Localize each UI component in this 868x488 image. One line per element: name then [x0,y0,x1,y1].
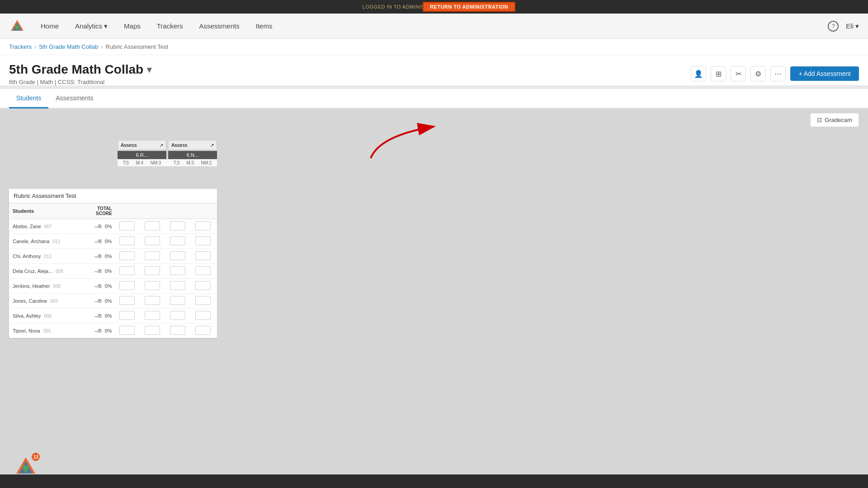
score-input-1b[interactable] [145,251,160,260]
input-cell-1a[interactable] [116,219,141,234]
col-header-input2b [192,203,217,219]
input-cell-2b[interactable] [192,249,217,264]
input-cell-1a[interactable] [116,324,141,338]
input-cell-1a[interactable] [116,264,141,279]
chevron-down-icon[interactable]: ▾ [147,64,151,75]
columns-icon-btn[interactable]: ⊞ [711,66,726,81]
more-icon-btn[interactable]: ⋯ [770,66,786,81]
tab-students[interactable]: Students [9,89,48,108]
input-cell-2a[interactable] [166,324,192,338]
input-cell-1a[interactable] [116,294,141,309]
input-cell-2b[interactable] [192,309,217,324]
chevron-down-icon: ▾ [855,22,859,30]
score-input-1a[interactable] [119,236,135,245]
nav-items[interactable]: Items [250,19,279,33]
score-input-1a[interactable] [119,281,135,290]
score-input-2b[interactable] [195,311,211,320]
input-cell-1a[interactable] [116,234,141,249]
nav-home[interactable]: Home [34,19,65,33]
tab-assessments[interactable]: Assessments [48,89,100,108]
score-input-2b[interactable] [195,281,211,290]
user-menu[interactable]: Eli ▾ [846,22,859,30]
score-input-2b[interactable] [195,251,211,260]
score-input-1b[interactable] [145,326,160,335]
settings-icon-btn[interactable]: ⚙ [750,66,766,81]
input-cell-2b[interactable] [192,219,217,234]
score-input-1b[interactable] [145,266,160,275]
nav-maps[interactable]: Maps [118,19,147,33]
nav-analytics[interactable]: Analytics ▾ [69,19,114,34]
col-header-input2a [166,203,192,219]
score-input-1b[interactable] [145,281,160,290]
question-icon: ? [832,23,835,29]
score-input-1b[interactable] [145,311,160,320]
score-input-1a[interactable] [119,251,135,260]
input-cell-2b[interactable] [192,234,217,249]
student-score: –/8 0% [85,249,115,264]
score-input-1a[interactable] [119,326,135,335]
scissors-icon-btn[interactable]: ✂ [731,66,746,81]
input-cell-1b[interactable] [141,324,166,338]
input-cell-2a[interactable] [166,219,192,234]
score-input-2a[interactable] [170,311,185,320]
score-input-1b[interactable] [145,236,160,245]
table-row: Jenkins, Heather 006 –/8 0% [9,279,217,294]
score-input-1a[interactable] [119,266,135,275]
assess-col-1[interactable]: Assess ↗ [118,140,166,150]
input-cell-1b[interactable] [141,249,166,264]
assess-col-2[interactable]: Assess ↗ [168,140,217,150]
input-cell-1b[interactable] [141,234,166,249]
breadcrumb-trackers[interactable]: Trackers [9,43,32,50]
score-input-2a[interactable] [170,251,185,260]
input-cell-2a[interactable] [166,294,192,309]
input-cell-1b[interactable] [141,219,166,234]
score-input-2a[interactable] [170,221,185,230]
score-input-2b[interactable] [195,326,211,335]
breadcrumb-sep-1: › [34,43,36,50]
input-cell-2a[interactable] [166,264,192,279]
input-cell-1a[interactable] [116,249,141,264]
score-input-2a[interactable] [170,296,185,305]
score-input-1a[interactable] [119,221,135,230]
app-logo[interactable] [9,18,25,34]
score-input-1a[interactable] [119,296,135,305]
score-input-2b[interactable] [195,236,211,245]
score-input-2b[interactable] [195,221,211,230]
return-admin-button[interactable]: RETURN TO ADMINISTRATION [423,2,515,12]
score-input-2a[interactable] [170,236,185,245]
floating-app-icon[interactable]: 13 [14,455,38,479]
input-cell-2b[interactable] [192,279,217,294]
col-header-score: TOTAL SCORE [85,203,115,219]
input-cell-1b[interactable] [141,264,166,279]
score-input-2a[interactable] [170,281,185,290]
input-cell-2b[interactable] [192,264,217,279]
input-cell-2a[interactable] [166,249,192,264]
input-cell-2a[interactable] [166,309,192,324]
table-title: Rubric Assessment Test [9,189,217,203]
score-input-1b[interactable] [145,296,160,305]
add-assessment-button[interactable]: + Add Assessment [790,66,859,81]
gradecam-button[interactable]: ⊡ Gradecam [810,113,859,127]
help-button[interactable]: ? [828,21,839,32]
input-cell-1b[interactable] [141,309,166,324]
input-cell-1b[interactable] [141,294,166,309]
breadcrumb-collab[interactable]: 5th Grade Math Collab [39,43,98,50]
input-cell-1a[interactable] [116,309,141,324]
nav-trackers[interactable]: Trackers [151,19,189,33]
score-input-2a[interactable] [170,326,185,335]
input-cell-1b[interactable] [141,279,166,294]
score-input-2b[interactable] [195,266,211,275]
score-input-1b[interactable] [145,221,160,230]
input-cell-2a[interactable] [166,234,192,249]
score-input-1a[interactable] [119,311,135,320]
input-cell-1a[interactable] [116,279,141,294]
score-input-2a[interactable] [170,266,185,275]
person-icon-btn[interactable]: 👤 [691,66,706,81]
student-score: –/8 0% [85,309,115,324]
nav-assessments[interactable]: Assessments [193,19,246,33]
score-input-2b[interactable] [195,296,211,305]
input-cell-2b[interactable] [192,294,217,309]
col-header-input1b [141,203,166,219]
input-cell-2a[interactable] [166,279,192,294]
input-cell-2b[interactable] [192,324,217,338]
